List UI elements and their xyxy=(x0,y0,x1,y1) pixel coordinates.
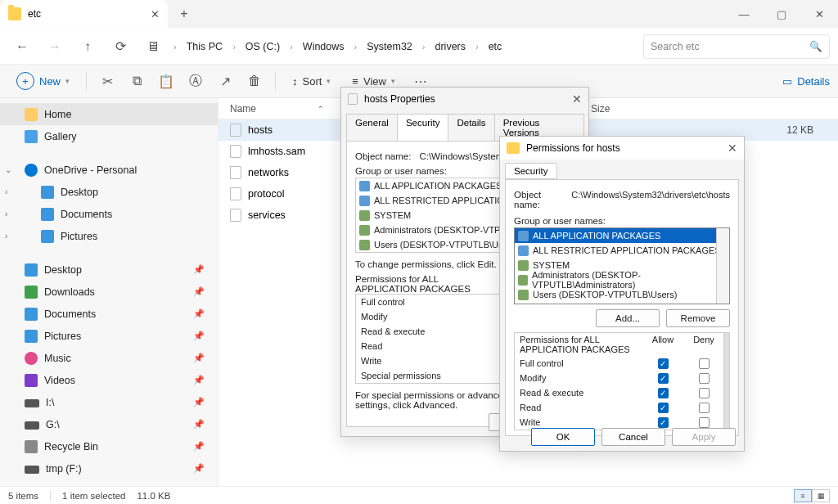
sidebar-od-pictures[interactable]: ›Pictures xyxy=(0,225,218,247)
tab-general[interactable]: General xyxy=(346,114,398,141)
new-tab-button[interactable]: + xyxy=(168,0,200,28)
group-listbox[interactable]: ALL APPLICATION PACKAGES ALL RESTRICTED … xyxy=(514,227,730,304)
sidebar-music[interactable]: Music📌 xyxy=(0,347,218,369)
tab-security[interactable]: Security xyxy=(397,114,449,141)
delete-icon[interactable]: 🗑 xyxy=(242,69,267,93)
tab-etc[interactable]: etc ✕ xyxy=(0,0,168,28)
music-icon xyxy=(25,352,38,365)
close-icon[interactable]: ✕ xyxy=(572,92,582,106)
crumb-thispc[interactable]: This PC xyxy=(183,39,226,54)
search-icon: 🔍 xyxy=(809,40,822,52)
crumb-drivers[interactable]: drivers xyxy=(431,39,469,54)
close-icon[interactable]: ✕ xyxy=(728,142,737,155)
group-item-selected[interactable]: ALL APPLICATION PACKAGES xyxy=(515,228,729,243)
desktop-icon xyxy=(25,263,38,277)
crumb-etc[interactable]: etc xyxy=(485,39,506,54)
remove-button[interactable]: Remove xyxy=(666,309,730,327)
sidebar-gallery[interactable]: Gallery xyxy=(0,125,218,147)
monitor-icon[interactable]: 🖥 xyxy=(139,33,167,61)
sidebar-drive-g[interactable]: G:\📌 xyxy=(0,413,218,435)
details-pane-button[interactable]: ▭ Details xyxy=(782,75,830,88)
back-button[interactable]: ← xyxy=(8,33,36,61)
sidebar-downloads[interactable]: Downloads📌 xyxy=(0,281,218,303)
deny-checkbox[interactable] xyxy=(699,403,710,413)
dialog-titlebar[interactable]: Permissions for hosts ✕ xyxy=(500,137,744,160)
rename-icon[interactable]: Ⓐ xyxy=(183,69,208,93)
tab-details[interactable]: Details xyxy=(448,114,494,141)
file-icon xyxy=(230,187,241,200)
scrollbar[interactable] xyxy=(716,228,729,304)
deny-checkbox[interactable] xyxy=(699,373,710,384)
col-name[interactable]: Name xyxy=(230,103,256,115)
group-item[interactable]: Administrators (DESKTOP-VTPUTLB\Administ… xyxy=(515,272,729,287)
scrollbar[interactable] xyxy=(723,333,729,430)
sidebar-documents[interactable]: Documents📌 xyxy=(0,303,218,325)
share-icon[interactable]: ↗ xyxy=(213,69,237,93)
crumb-system32[interactable]: System32 xyxy=(363,39,416,54)
maximize-button[interactable]: ▢ xyxy=(763,0,800,28)
sidebar-recycle-bin[interactable]: Recycle Bin📌 xyxy=(0,435,218,457)
apply-button[interactable]: Apply xyxy=(672,428,736,446)
ok-button[interactable]: OK xyxy=(531,428,595,446)
file-icon xyxy=(348,93,358,105)
forward-button[interactable]: → xyxy=(41,33,69,61)
permission-row: Read✓ xyxy=(515,400,729,415)
new-button[interactable]: + New ▾ xyxy=(8,69,78,93)
sidebar-drive-i[interactable]: I:\📌 xyxy=(0,391,218,413)
videos-icon xyxy=(25,374,38,387)
crumb-osc[interactable]: OS (C:) xyxy=(242,39,283,54)
deny-header: Deny xyxy=(683,335,724,354)
tab-close-icon[interactable]: ✕ xyxy=(151,8,160,20)
copy-icon[interactable]: ⧉ xyxy=(124,69,149,93)
sidebar: Home Gallery ⌄OneDrive - Personal ›Deskt… xyxy=(0,98,219,486)
dialog-titlebar[interactable]: hosts Properties ✕ xyxy=(341,88,588,110)
permission-row: Full control✓ xyxy=(515,356,729,371)
group-item[interactable]: ALL RESTRICTED APPLICATION PACKAGES xyxy=(515,243,729,258)
up-button[interactable]: ↑ xyxy=(74,33,101,61)
allow-checkbox[interactable]: ✓ xyxy=(658,403,669,413)
allow-checkbox[interactable]: ✓ xyxy=(658,388,669,398)
deny-checkbox[interactable] xyxy=(699,388,710,398)
add-button[interactable]: Add... xyxy=(596,309,660,327)
deny-checkbox[interactable] xyxy=(699,417,710,428)
sort-button[interactable]: ↕ Sort ▾ xyxy=(284,69,339,93)
user-icon xyxy=(518,290,529,300)
permission-row: Read & execute✓ xyxy=(515,385,729,400)
sidebar-home[interactable]: Home xyxy=(0,103,218,125)
paste-icon[interactable]: 📋 xyxy=(154,69,178,93)
sidebar-videos[interactable]: Videos📌 xyxy=(0,369,218,391)
user-icon xyxy=(518,260,529,271)
sidebar-onedrive[interactable]: ⌄OneDrive - Personal xyxy=(0,159,218,181)
sidebar-tmp[interactable]: tmp (F:)📌 xyxy=(0,457,218,479)
view-icons-button[interactable]: ▦ xyxy=(812,489,830,502)
details-icon: ▭ xyxy=(782,75,792,88)
refresh-button[interactable]: ⟳ xyxy=(106,33,134,61)
chevron-down-icon: ▾ xyxy=(65,77,70,85)
sidebar-od-desktop[interactable]: ›Desktop xyxy=(0,181,218,203)
search-input[interactable]: Search etc 🔍 xyxy=(643,34,830,59)
sidebar-pictures[interactable]: Pictures📌 xyxy=(0,325,218,347)
drive-icon xyxy=(25,466,39,474)
view-details-button[interactable]: ≡ xyxy=(794,489,812,502)
chevron-down-icon[interactable]: ⌄ xyxy=(5,165,11,174)
permissions-for-label: Permissions for ALL APPLICATION PACKAGES xyxy=(355,274,478,294)
crumb-windows[interactable]: Windows xyxy=(300,39,348,54)
drive-icon xyxy=(25,399,39,407)
minimize-button[interactable]: — xyxy=(725,0,763,28)
allow-checkbox[interactable]: ✓ xyxy=(658,358,669,369)
col-size[interactable]: Size xyxy=(591,103,642,115)
close-window-button[interactable]: ✕ xyxy=(800,0,838,28)
titlebar: etc ✕ + — ▢ ✕ xyxy=(0,0,838,28)
deny-checkbox[interactable] xyxy=(699,358,710,369)
file-icon xyxy=(230,209,241,222)
file-icon xyxy=(230,145,241,158)
status-size: 11.0 KB xyxy=(137,491,170,501)
object-name-value: C:\Windows\System32\drivers\etc\hosts xyxy=(571,190,730,209)
allow-checkbox[interactable]: ✓ xyxy=(658,417,669,428)
cancel-button[interactable]: Cancel xyxy=(601,428,665,446)
cut-icon[interactable]: ✂ xyxy=(95,69,119,93)
allow-checkbox[interactable]: ✓ xyxy=(658,373,669,384)
sidebar-desktop[interactable]: Desktop📌 xyxy=(0,259,218,281)
tab-security[interactable]: Security xyxy=(505,163,557,179)
sidebar-od-documents[interactable]: ›Documents xyxy=(0,203,218,225)
